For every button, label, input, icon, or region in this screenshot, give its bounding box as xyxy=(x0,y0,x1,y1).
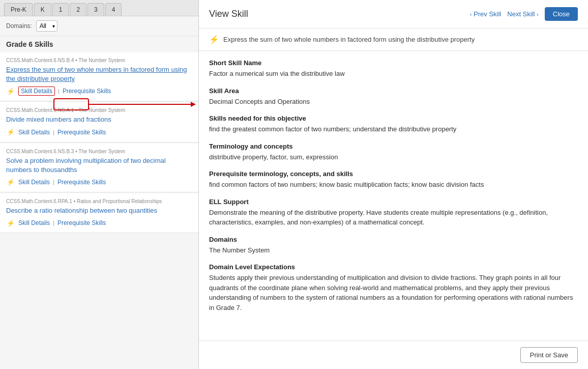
field-label-6: Domains xyxy=(209,236,578,243)
skill-standard-4: CCSS.Math.Content.6.RPA.1 • Ratios and P… xyxy=(6,198,192,204)
skill-title-2: Divide mixed numbers and fractions xyxy=(6,115,192,124)
skill-body: Short Skill Name Factor a numerical sum … xyxy=(199,51,588,340)
field-domain-expectations: Domain Level Expectations Students apply… xyxy=(209,263,578,313)
close-button[interactable]: Close xyxy=(545,7,578,21)
right-panel: View Skill ‹ Prev Skill Next Skill › Clo… xyxy=(198,0,588,369)
skill-headline: ⚡ Express the sum of two whole numbers i… xyxy=(199,29,588,51)
grade-tabs: Pre-K K 1 2 3 4 xyxy=(0,0,198,16)
field-label-0: Short Skill Name xyxy=(209,59,578,67)
skill-standard-2: CCSS.Math.Content.6.NS.A.1 • The Number … xyxy=(6,107,192,113)
next-skill-link[interactable]: Next Skill › xyxy=(507,10,538,18)
skill-actions-2: ⚡ Skill Details | Prerequisite Skills xyxy=(6,128,192,137)
skill-standard-1: CCSS.Math.Content.6.NS.B.4 • The Number … xyxy=(6,58,192,63)
lightning-icon-1: ⚡ xyxy=(6,87,15,96)
field-label-2: Skills needed for this objective xyxy=(209,115,578,122)
modal-nav: ‹ Prev Skill Next Skill › Close xyxy=(470,7,578,21)
field-ell-support: ELL Support Demonstrate the meaning of t… xyxy=(209,198,578,228)
domains-label: Domains: xyxy=(6,22,32,30)
field-value-0: Factor a numerical sum via the distribut… xyxy=(209,69,578,79)
skill-title-4: Describe a ratio relationship between tw… xyxy=(6,206,192,215)
prerequisite-skills-link-2[interactable]: Prerequisite Skills xyxy=(57,129,106,136)
prev-skill-link[interactable]: ‹ Prev Skill xyxy=(470,10,501,18)
field-value-3: distributive property, factor, sum, expr… xyxy=(209,152,578,162)
domains-row: Domains: All xyxy=(0,16,198,36)
field-label-4: Prerequisite terminology, concepts, and … xyxy=(209,170,578,178)
modal-footer: Print or Save xyxy=(199,340,588,369)
field-label-5: ELL Support xyxy=(209,198,578,206)
field-domains: Domains The Number System xyxy=(209,236,578,256)
modal-header: View Skill ‹ Prev Skill Next Skill › Clo… xyxy=(199,0,588,29)
tab-k[interactable]: K xyxy=(34,3,51,16)
tab-3[interactable]: 3 xyxy=(87,3,104,16)
tab-4[interactable]: 4 xyxy=(105,3,122,16)
section-title: Grade 6 Skills xyxy=(0,36,198,52)
prerequisite-skills-link-1[interactable]: Prerequisite Skills xyxy=(63,88,111,95)
skill-details-link-3[interactable]: Skill Details xyxy=(18,179,50,186)
skill-card-3: CCSS.Math.Content.6.NS.B.3 • The Number … xyxy=(0,144,198,192)
skill-actions-3: ⚡ Skill Details | Prerequisite Skills xyxy=(6,178,192,187)
field-short-skill-name: Short Skill Name Factor a numerical sum … xyxy=(209,59,578,79)
prerequisite-skills-link-4[interactable]: Prerequisite Skills xyxy=(57,219,106,226)
skill-card-1: CCSS.Math.Content.6.NS.B.4 • The Number … xyxy=(0,52,198,101)
skill-title-3: Solve a problem involving multiplication… xyxy=(6,156,192,175)
modal-title: View Skill xyxy=(209,9,248,19)
chevron-right-icon: › xyxy=(537,11,539,17)
prerequisite-skills-link-3[interactable]: Prerequisite Skills xyxy=(57,179,106,186)
domains-select[interactable]: All xyxy=(36,20,57,32)
field-value-2: find the greatest common factor of two n… xyxy=(209,124,578,134)
field-value-5: Demonstrate the meaning of the distribut… xyxy=(209,208,578,228)
next-skill-label: Next Skill xyxy=(507,10,535,18)
field-value-6: The Number System xyxy=(209,245,578,256)
skill-actions-1: ⚡ Skill Details | Prerequisite Skills xyxy=(6,87,192,96)
skill-actions-4: ⚡ Skill Details | Prerequisite Skills xyxy=(6,218,192,228)
lightning-icon-4: ⚡ xyxy=(6,218,15,228)
field-value-1: Decimal Concepts and Operations xyxy=(209,97,578,107)
skill-details-link-1[interactable]: Skill Details xyxy=(18,87,55,96)
field-value-4: find common factors of two numbers; know… xyxy=(209,180,578,190)
left-panel: Pre-K K 1 2 3 4 Domains: All Grade 6 Ski… xyxy=(0,0,198,369)
field-skill-area: Skill Area Decimal Concepts and Operatio… xyxy=(209,87,578,107)
skill-card-2: CCSS.Math.Content.6.NS.A.1 • The Number … xyxy=(0,102,198,142)
tab-prek[interactable]: Pre-K xyxy=(4,3,33,16)
field-terminology: Terminology and concepts distributive pr… xyxy=(209,143,578,162)
field-skills-needed: Skills needed for this objective find th… xyxy=(209,115,578,134)
lightning-icon-3: ⚡ xyxy=(6,178,15,187)
field-value-7: Students apply their previous understand… xyxy=(209,273,578,313)
skill-standard-3: CCSS.Math.Content.6.NS.B.3 • The Number … xyxy=(6,149,192,154)
skill-title-1: Express the sum of two whole numbers in … xyxy=(6,65,192,83)
headline-lightning-icon: ⚡ xyxy=(209,35,219,44)
field-label-1: Skill Area xyxy=(209,87,578,95)
field-label-7: Domain Level Expectations xyxy=(209,263,578,271)
print-save-button[interactable]: Print or Save xyxy=(520,347,578,363)
lightning-icon-2: ⚡ xyxy=(6,128,15,137)
prev-skill-label: Prev Skill xyxy=(474,10,501,18)
chevron-left-icon: ‹ xyxy=(470,11,472,17)
tab-2[interactable]: 2 xyxy=(70,3,86,16)
field-prereq-terminology: Prerequisite terminology, concepts, and … xyxy=(209,170,578,190)
skill-headline-text: Express the sum of two whole numbers in … xyxy=(223,36,475,43)
skill-details-link-4[interactable]: Skill Details xyxy=(18,219,50,226)
tab-1[interactable]: 1 xyxy=(52,3,69,16)
field-label-3: Terminology and concepts xyxy=(209,143,578,150)
domains-select-wrapper[interactable]: All xyxy=(36,20,57,32)
skill-card-4: CCSS.Math.Content.6.RPA.1 • Ratios and P… xyxy=(0,193,198,233)
skill-details-link-2[interactable]: Skill Details xyxy=(18,129,50,136)
